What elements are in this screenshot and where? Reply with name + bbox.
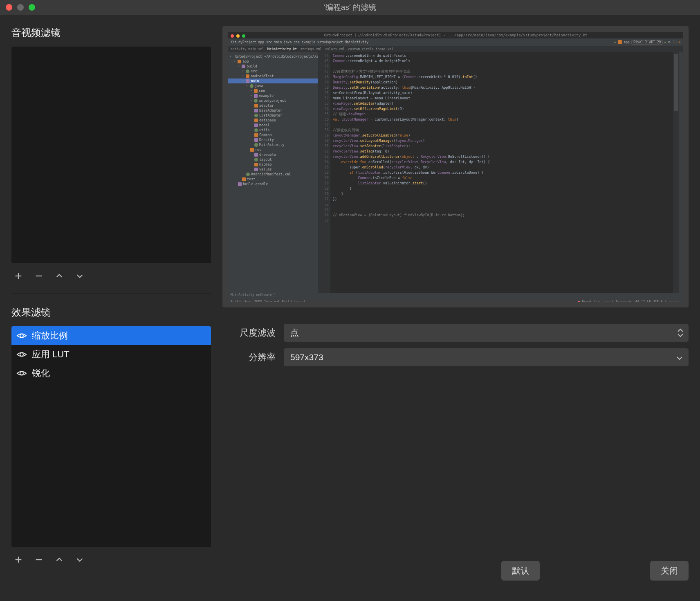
close-window-button[interactable] — [6, 4, 12, 11]
resolution-row: 分辨率 597x373 — [231, 348, 689, 366]
ide-editor-tabs: activity_main.xmlMainActivity.ktstrings.… — [228, 46, 683, 52]
default-button[interactable]: 默认 — [501, 561, 540, 581]
effect-filter-item[interactable]: 缩放比例 — [11, 326, 211, 345]
av-filters-list[interactable] — [11, 47, 211, 263]
close-button[interactable]: 关闭 — [650, 561, 689, 581]
resolution-select[interactable]: 597x373 — [284, 348, 689, 366]
move-effect-filter-up-button[interactable] — [53, 554, 65, 566]
resolution-value: 597x373 — [290, 352, 323, 362]
ide-code-editor: 4445464748495051525354555657585960616263… — [318, 52, 683, 293]
minimize-window-button[interactable] — [17, 4, 24, 11]
effect-filter-label: 应用 LUT — [32, 348, 70, 361]
ide-toolbar: XstudyProject app src main java com exam… — [228, 38, 683, 46]
ide-breadcrumb-bottom: MainActivity onCreate() — [228, 293, 683, 298]
effect-filters-buttons — [11, 551, 211, 571]
preview-ide-screenshot: XstudyProject [~/AndroidStudioProjects/X… — [228, 32, 683, 302]
effect-filter-label: 锐化 — [32, 367, 50, 379]
ide-project-tree: XstudyProject ~/AndroidStudioProjects/Xs… — [228, 52, 318, 293]
visibility-eye-icon[interactable] — [16, 369, 27, 377]
effect-filters-list: 缩放比例应用 LUT锐化 — [11, 326, 211, 547]
svg-point-3 — [20, 334, 23, 337]
add-effect-filter-button[interactable] — [12, 554, 25, 566]
stepper-icon — [677, 328, 684, 337]
traffic-lights — [6, 4, 35, 11]
window-title: '编程as' 的滤镜 — [5, 2, 695, 13]
scale-filter-value: 点 — [290, 327, 299, 339]
svg-point-5 — [20, 372, 23, 375]
scale-filter-select[interactable]: 点 — [284, 324, 689, 342]
move-av-filter-down-button[interactable] — [74, 270, 86, 282]
main-content: 音视频滤镜 效果滤镜 缩放比例应用 LUT锐化 XstudyProject — [0, 15, 700, 601]
add-av-filter-button[interactable] — [12, 270, 25, 282]
zoom-window-button[interactable] — [29, 4, 35, 11]
filter-properties: 尺度滤波 点 分辨率 597x373 — [222, 324, 689, 366]
move-effect-filter-down-button[interactable] — [74, 554, 86, 566]
sidebar: 音视频滤镜 效果滤镜 缩放比例应用 LUT锐化 — [0, 15, 222, 601]
ide-status-bar: Build: Sync TODO Terminal Build Logcat ●… — [228, 298, 683, 302]
chevron-down-icon — [676, 352, 683, 362]
preview-container: XstudyProject [~/AndroidStudioProjects/X… — [222, 26, 689, 307]
scale-filter-label: 尺度滤波 — [231, 327, 276, 339]
visibility-eye-icon[interactable] — [16, 350, 27, 359]
av-filters-buttons — [11, 267, 211, 287]
move-av-filter-up-button[interactable] — [53, 270, 65, 282]
av-filters-title: 音视频滤镜 — [11, 26, 211, 39]
effect-filter-item[interactable]: 应用 LUT — [11, 345, 211, 364]
visibility-eye-icon[interactable] — [16, 332, 27, 340]
svg-point-4 — [20, 353, 23, 356]
sidebar-divider — [11, 293, 211, 294]
resolution-label: 分辨率 — [231, 351, 276, 363]
titlebar: '编程as' 的滤镜 — [0, 0, 700, 15]
ide-traffic-lights — [231, 34, 245, 38]
footer-buttons: 默认 关闭 — [222, 557, 689, 593]
effect-filters-title: 效果滤镜 — [11, 306, 211, 319]
ide-window-title: XstudyProject [~/AndroidStudioProjects/X… — [228, 32, 683, 38]
effect-filter-item[interactable]: 锐化 — [11, 364, 211, 383]
remove-effect-filter-button[interactable] — [33, 554, 45, 566]
remove-av-filter-button[interactable] — [33, 270, 45, 282]
scale-filter-row: 尺度滤波 点 — [231, 324, 689, 342]
content-area: XstudyProject [~/AndroidStudioProjects/X… — [222, 15, 700, 601]
effect-filter-label: 缩放比例 — [32, 330, 68, 342]
